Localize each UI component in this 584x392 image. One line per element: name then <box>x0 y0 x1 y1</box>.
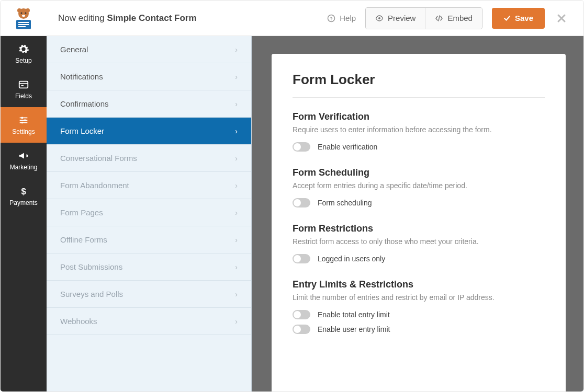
toggle-row: Enable total entry limit <box>293 310 545 319</box>
help-label: Help <box>340 14 356 22</box>
toggle-logged-in-users-only[interactable] <box>293 254 310 263</box>
svg-point-2 <box>26 8 30 13</box>
subnav-item-post-submissions[interactable]: Post Submissions› <box>47 253 251 281</box>
rail-item-label: Setup <box>15 57 31 64</box>
eye-icon <box>375 14 384 22</box>
app-logo <box>1 1 47 36</box>
chevron-right-icon: › <box>235 317 238 326</box>
chevron-right-icon: › <box>235 127 238 135</box>
toggle-row: Enable verification <box>293 142 545 152</box>
chevron-right-icon: › <box>235 181 238 190</box>
rail-item-label: Fields <box>15 93 32 100</box>
subnav-item-general[interactable]: General› <box>47 36 251 63</box>
dollar-icon: $ <box>18 186 29 197</box>
rail-item-label: Marketing <box>10 164 38 171</box>
subnav-item-label: Webhooks <box>60 317 97 326</box>
subnav-item-label: Form Locker <box>60 126 104 135</box>
subnav-item-surveys-and-polls[interactable]: Surveys and Polls› <box>47 281 251 308</box>
svg-point-3 <box>21 13 23 14</box>
check-icon <box>503 15 511 22</box>
subnav-item-label: General <box>60 45 88 54</box>
subnav-item-label: Confirmations <box>60 99 109 108</box>
svg-rect-8 <box>18 24 29 25</box>
svg-text:?: ? <box>330 16 333 21</box>
editing-prefix: Now editing <box>58 13 105 23</box>
rail-item-settings[interactable]: Settings <box>1 107 47 143</box>
bear-logo-icon <box>11 5 36 30</box>
rail-item-setup[interactable]: Setup <box>1 36 47 72</box>
preview-button[interactable]: Preview <box>366 8 425 29</box>
toggle-label: Enable user entry limit <box>318 325 390 333</box>
panel-title: Form Locker <box>293 72 545 88</box>
svg-rect-7 <box>18 22 29 23</box>
svg-point-4 <box>25 13 27 14</box>
rail-item-marketing[interactable]: Marketing <box>1 143 47 178</box>
subnav-item-form-locker[interactable]: Form Locker› <box>47 118 251 145</box>
subnav-item-offline-forms[interactable]: Offline Forms› <box>47 226 251 253</box>
sliders-icon <box>18 114 29 126</box>
svg-text:$: $ <box>21 187 26 196</box>
subnav-item-label: Offline Forms <box>60 235 107 244</box>
chevron-right-icon: › <box>235 263 238 271</box>
toggle-label: Form scheduling <box>318 199 372 207</box>
chevron-right-icon: › <box>235 154 238 163</box>
close-button[interactable] <box>550 7 573 30</box>
svg-point-19 <box>21 117 23 119</box>
svg-point-5 <box>22 15 25 17</box>
code-icon <box>435 14 443 22</box>
subnav-item-webhooks[interactable]: Webhooks› <box>47 308 251 335</box>
rail-item-payments[interactable]: $Payments <box>1 178 47 214</box>
subnav-item-notifications[interactable]: Notifications› <box>47 63 251 90</box>
subnav-item-label: Form Abandonment <box>60 181 129 190</box>
section-form-scheduling: Form SchedulingAccept form entries durin… <box>293 167 545 207</box>
subnav-item-label: Form Pages <box>60 208 103 217</box>
section-desc: Restrict form access to only those who m… <box>293 237 545 246</box>
gear-icon <box>18 43 29 55</box>
rail-item-label: Settings <box>12 128 35 135</box>
section-heading: Form Verification <box>293 111 545 122</box>
toggle-row: Form scheduling <box>293 198 545 207</box>
top-actions: ? Help Preview Embed Save <box>327 7 583 30</box>
fields-icon <box>18 79 29 90</box>
save-button[interactable]: Save <box>492 8 545 29</box>
preview-embed-group: Preview Embed <box>365 7 482 29</box>
section-desc: Require users to enter information befor… <box>293 125 545 134</box>
embed-button[interactable]: Embed <box>425 8 482 29</box>
chevron-right-icon: › <box>235 290 238 298</box>
toggle-row: Logged in users only <box>293 254 545 263</box>
subnav-item-confirmations[interactable]: Confirmations› <box>47 90 251 118</box>
toggle-label: Enable verification <box>318 143 377 151</box>
toggle-enable-total-entry-limit[interactable] <box>293 310 310 319</box>
content-panel: Form Locker Form VerificationRequire use… <box>272 54 566 391</box>
subnav-item-conversational-forms[interactable]: Conversational Forms› <box>47 145 251 172</box>
section-heading: Entry Limits & Restrictions <box>293 279 545 290</box>
section-heading: Form Scheduling <box>293 167 545 178</box>
settings-subnav: General›Notifications›Confirmations›Form… <box>47 36 252 391</box>
subnav-item-label: Conversational Forms <box>60 154 137 163</box>
topbar: Now editing Simple Contact Form ? Help P… <box>1 1 583 36</box>
chevron-right-icon: › <box>235 209 238 217</box>
chevron-right-icon: › <box>235 73 238 81</box>
rail-item-fields[interactable]: Fields <box>1 72 47 107</box>
toggle-enable-verification[interactable] <box>293 142 310 152</box>
toggle-form-scheduling[interactable] <box>293 198 310 207</box>
help-link[interactable]: ? Help <box>327 14 356 22</box>
form-name: Simple Contact Form <box>107 13 197 23</box>
section-entry-limits-restrictions: Entry Limits & RestrictionsLimit the num… <box>293 279 545 334</box>
toggle-label: Logged in users only <box>318 255 385 263</box>
section-desc: Accept form entries during a specific da… <box>293 181 545 190</box>
chevron-right-icon: › <box>235 236 238 244</box>
rail-item-label: Payments <box>9 199 37 206</box>
subnav-item-label: Post Submissions <box>60 262 122 271</box>
svg-point-20 <box>24 119 26 121</box>
content-area: Form Locker Form VerificationRequire use… <box>252 36 583 391</box>
section-form-restrictions: Form RestrictionsRestrict form access to… <box>293 223 545 263</box>
svg-rect-9 <box>18 26 26 27</box>
toggle-enable-user-entry-limit[interactable] <box>293 325 310 334</box>
subnav-item-form-abandonment[interactable]: Form Abandonment› <box>47 172 251 199</box>
left-rail: SetupFieldsSettingsMarketing$Payments <box>1 36 47 391</box>
chevron-right-icon: › <box>235 100 238 108</box>
toggle-row: Enable user entry limit <box>293 325 545 334</box>
subnav-item-form-pages[interactable]: Form Pages› <box>47 199 251 226</box>
close-icon <box>556 13 567 24</box>
